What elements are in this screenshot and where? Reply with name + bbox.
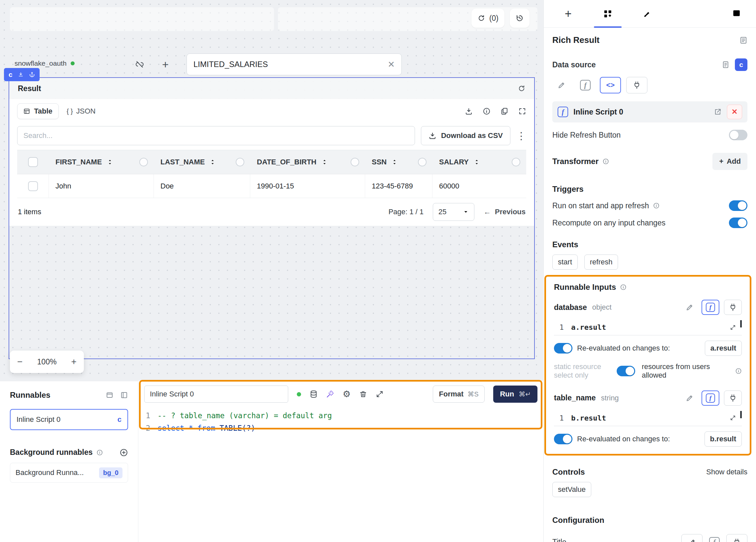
inline-script-source-button[interactable]: <> <box>600 77 621 93</box>
expand-icon[interactable] <box>730 415 736 421</box>
connect-source-button[interactable] <box>626 77 647 93</box>
scrollbar-thumb[interactable] <box>740 320 742 327</box>
database-expression-editor[interactable]: 1 a.result <box>554 320 742 335</box>
connect-mode-button[interactable] <box>726 534 747 542</box>
result-container[interactable]: Result Table { } JSON <box>9 77 535 359</box>
show-details-link[interactable]: Show details <box>706 468 747 476</box>
hide-refresh-toggle[interactable] <box>729 130 747 140</box>
datasource-label[interactable]: snowflake_oauth <box>15 59 75 67</box>
info-icon[interactable] <box>602 158 609 165</box>
sort-icon[interactable] <box>209 159 216 165</box>
reevaluate-toggle[interactable] <box>554 434 572 444</box>
download-icon[interactable] <box>465 107 473 115</box>
tab-add-component[interactable]: + <box>559 0 577 28</box>
refresh-count-button[interactable]: (0) <box>471 9 504 28</box>
edit-mode-button[interactable] <box>682 390 697 406</box>
sort-icon[interactable] <box>321 159 328 165</box>
refresh-icon[interactable] <box>518 85 526 92</box>
column-toggle[interactable] <box>139 158 148 166</box>
add-background-runnable-button[interactable] <box>120 448 128 457</box>
zoom-out-button[interactable]: − <box>17 356 22 367</box>
function-mode-button[interactable]: f <box>702 390 719 406</box>
connect-mode-button[interactable] <box>724 300 742 315</box>
previous-page-button[interactable]: ← Previous <box>484 208 526 216</box>
history-button[interactable] <box>510 9 530 28</box>
tab-table[interactable]: Table <box>17 103 59 119</box>
info-icon[interactable] <box>483 107 491 115</box>
external-link-icon[interactable] <box>714 108 722 116</box>
info-icon[interactable] <box>735 368 742 374</box>
function-mode-button[interactable]: f <box>707 534 722 542</box>
edit-mode-button[interactable] <box>682 299 697 316</box>
app-canvas[interactable]: (0) snowflake_oauth c + ✕ Result <box>0 0 543 381</box>
magic-wand-icon[interactable] <box>326 390 334 398</box>
sort-icon[interactable] <box>473 159 480 165</box>
remove-source-button[interactable]: ✕ <box>727 105 742 119</box>
recompute-toggle[interactable] <box>729 218 747 228</box>
function-mode-button[interactable]: f <box>702 300 719 315</box>
info-icon[interactable] <box>620 284 627 290</box>
reevaluate-toggle[interactable] <box>554 343 572 354</box>
row-checkbox[interactable] <box>28 181 38 191</box>
expand-icon[interactable] <box>518 107 526 115</box>
run-on-start-toggle[interactable] <box>729 200 747 211</box>
select-all-checkbox[interactable] <box>28 157 38 167</box>
column-toggle[interactable] <box>236 158 244 166</box>
zoom-in-button[interactable]: + <box>71 356 77 367</box>
column-toggle[interactable] <box>418 158 427 166</box>
component-badge[interactable]: c <box>735 58 747 71</box>
resources-from-users-toggle[interactable] <box>617 366 635 376</box>
arrow-down-to-line-icon[interactable] <box>18 72 24 78</box>
script-name-input[interactable] <box>144 386 288 403</box>
trash-icon[interactable] <box>359 390 367 398</box>
format-button[interactable]: Format ⌘S <box>433 386 485 403</box>
download-csv-button[interactable]: Download as CSV <box>421 126 510 145</box>
document-icon[interactable] <box>722 61 730 69</box>
sort-icon[interactable] <box>391 159 398 165</box>
runnable-item-inline-script-0[interactable]: Inline Script 0 c <box>10 409 128 430</box>
search-input[interactable] <box>17 126 415 145</box>
clear-icon[interactable]: ✕ <box>388 59 395 70</box>
dependency-chip[interactable]: b.result <box>704 431 742 447</box>
sort-icon[interactable] <box>107 159 113 165</box>
database-icon[interactable] <box>310 390 318 398</box>
control-chip-setvalue[interactable]: setValue <box>552 482 591 497</box>
sql-code-editor[interactable]: 1 -- ? table_name (varchar) = default ar… <box>138 409 543 434</box>
anchor-icon[interactable] <box>29 72 35 78</box>
expand-icon[interactable] <box>730 324 736 330</box>
selected-source-chip[interactable]: f Inline Script 0 ✕ <box>552 101 747 122</box>
panel-icon[interactable] <box>106 391 114 399</box>
page-size-select[interactable]: 25 <box>433 203 474 221</box>
tab-json[interactable]: { } JSON <box>67 107 96 116</box>
selection-tag[interactable]: c <box>4 68 40 81</box>
add-transformer-button[interactable]: + Add <box>712 153 747 170</box>
column-toggle[interactable] <box>512 158 520 166</box>
unlink-button[interactable] <box>132 57 147 72</box>
gear-icon[interactable]: ⚙ <box>343 390 351 399</box>
edit-source-button[interactable] <box>552 77 571 93</box>
connect-mode-button[interactable] <box>724 390 742 406</box>
function-source-button[interactable]: f <box>576 77 595 93</box>
background-runnable-item[interactable]: Background Runna... bg_0 <box>10 463 128 483</box>
info-icon[interactable] <box>653 202 660 209</box>
tab-styles[interactable] <box>638 0 657 28</box>
event-chip-start[interactable]: start <box>552 254 578 270</box>
event-chip-refresh[interactable]: refresh <box>584 254 618 270</box>
component-name-input[interactable] <box>193 60 388 69</box>
run-button[interactable]: Run ⌘↵ <box>493 386 537 403</box>
table-name-expression-editor[interactable]: 1 b.result <box>554 410 742 426</box>
notes-icon[interactable] <box>739 36 747 44</box>
more-options-icon[interactable]: ⋮ <box>516 130 526 142</box>
scrollbar-thumb[interactable] <box>740 411 742 418</box>
column-toggle[interactable] <box>351 158 359 166</box>
table-row[interactable]: John Doe 1990-01-15 123-45-6789 60000 <box>17 174 526 198</box>
expand-icon[interactable] <box>376 390 384 398</box>
tab-components[interactable] <box>599 0 617 28</box>
dependency-chip[interactable]: a.result <box>705 341 742 356</box>
info-icon[interactable] <box>96 449 103 456</box>
copy-icon[interactable] <box>500 107 508 115</box>
add-button[interactable]: + <box>158 57 173 72</box>
collapse-panel-icon[interactable] <box>732 9 741 19</box>
list-icon[interactable] <box>120 391 128 399</box>
edit-mode-button[interactable] <box>681 534 703 542</box>
